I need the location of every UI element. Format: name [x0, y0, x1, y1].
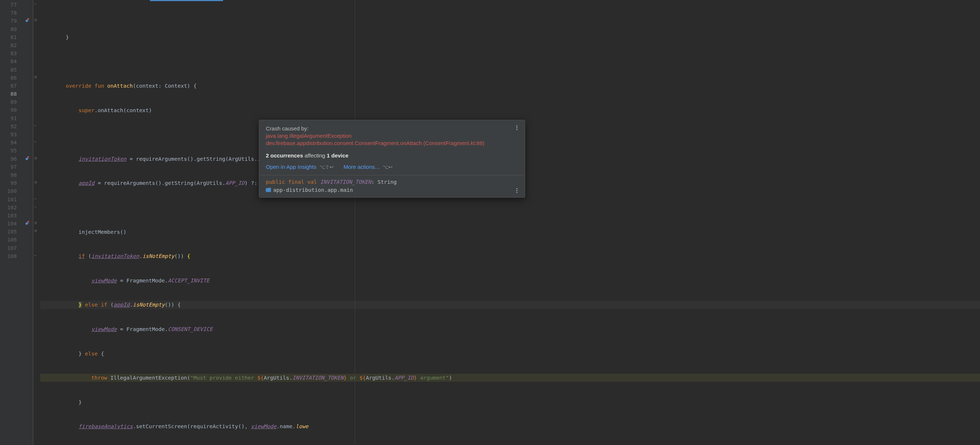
gutter-spacer — [22, 130, 33, 138]
line-number[interactable]: 88 — [0, 90, 22, 98]
gutter-spacer — [22, 8, 33, 16]
fold-spacer — [33, 49, 38, 57]
gutter-spacer — [22, 33, 33, 41]
line-number[interactable]: 108 — [0, 252, 22, 260]
line-number[interactable]: 86 — [0, 74, 22, 82]
code-line-highlight: throw IllegalArgumentException("Must pro… — [40, 374, 980, 382]
line-number[interactable]: 82 — [0, 41, 22, 49]
open-app-insights-link[interactable]: Open in App Insights — [266, 164, 316, 170]
fold-spacer — [33, 57, 38, 65]
line-number[interactable]: 105 — [0, 228, 22, 236]
line-number[interactable]: 106 — [0, 236, 22, 244]
more-options-icon[interactable] — [513, 124, 520, 131]
fold-end-icon: ⌙ — [33, 195, 38, 203]
fold-end-icon: ⌙ — [33, 0, 38, 8]
line-number[interactable]: 95 — [0, 147, 22, 155]
code-line: override fun onAttach(context: Context) … — [40, 82, 980, 90]
line-number[interactable]: 102 — [0, 204, 22, 212]
line-number[interactable]: 91 — [0, 114, 22, 122]
fold-spacer — [33, 33, 38, 41]
gutter-spacer — [22, 243, 33, 251]
gutter-spacer — [22, 186, 33, 194]
declaration: public final val INVITATION_TOKEN: Strin… — [266, 179, 518, 185]
fold-spacer — [33, 89, 38, 97]
line-number[interactable]: 104 — [0, 220, 22, 228]
code-line: firebaseAnalytics.setCurrentScreen(requi… — [40, 422, 980, 431]
line-number[interactable]: 78 — [0, 9, 22, 17]
line-number[interactable]: 80 — [0, 25, 22, 33]
gutter-spacer — [22, 195, 33, 203]
gutter-spacer — [22, 251, 33, 260]
line-number[interactable]: 84 — [0, 57, 22, 65]
line-number[interactable]: 107 — [0, 244, 22, 252]
code-line: } else { — [40, 350, 980, 358]
fold-toggle-icon[interactable]: ⊟ — [33, 73, 38, 81]
line-number[interactable]: 97 — [0, 163, 22, 171]
code-area[interactable]: } override fun onAttach(context: Context… — [38, 0, 980, 445]
gutter-spacer — [22, 235, 33, 243]
gutter-spacer — [22, 146, 33, 154]
line-number[interactable]: 94 — [0, 138, 22, 147]
line-number[interactable]: 96 — [0, 155, 22, 163]
line-number[interactable]: 98 — [0, 171, 22, 179]
occurrence-summary: 2 occurrences affecting 1 device — [266, 152, 518, 158]
line-number[interactable]: 83 — [0, 49, 22, 57]
line-number[interactable]: 100 — [0, 187, 22, 195]
fold-spacer — [33, 65, 38, 73]
line-number-gutter[interactable]: 7778798081828384858687888990919293949596… — [0, 0, 22, 445]
fold-spacer — [33, 41, 38, 49]
fold-toggle-icon[interactable]: ⊟ — [33, 219, 38, 227]
svg-point-0 — [25, 20, 28, 22]
gutter-spacer — [22, 97, 33, 105]
fold-spacer — [33, 162, 38, 170]
gutter-spacer — [22, 211, 33, 219]
fold-end-icon: ⌙ — [33, 122, 38, 130]
override-gutter-icon[interactable] — [22, 154, 33, 162]
line-number[interactable]: 93 — [0, 130, 22, 138]
fold-toggle-icon[interactable]: ⊟ — [33, 227, 38, 235]
line-number[interactable]: 87 — [0, 82, 22, 90]
gutter-spacer — [22, 57, 33, 65]
line-number[interactable]: 81 — [0, 33, 22, 41]
more-options-icon[interactable] — [513, 187, 520, 194]
override-gutter-icon[interactable] — [22, 16, 33, 24]
code-editor[interactable]: 7778798081828384858687888990919293949596… — [0, 0, 980, 445]
right-margin-guide — [355, 0, 355, 445]
crash-location: dev.firebase.appdistribution.consent.Con… — [266, 139, 518, 147]
code-line: } — [40, 33, 980, 41]
fold-spacer — [33, 211, 38, 219]
line-number[interactable]: 79 — [0, 17, 22, 25]
line-number[interactable]: 77 — [0, 1, 22, 9]
crash-exception: java.lang.IllegalArgumentException — [266, 132, 518, 139]
line-number[interactable]: 101 — [0, 195, 22, 204]
fold-toggle-icon[interactable]: ⊟ — [33, 178, 38, 186]
fold-spacer — [33, 97, 38, 105]
line-number[interactable]: 89 — [0, 98, 22, 106]
code-line-current: } else if (appId.isNotEmpty()) { — [40, 301, 980, 309]
override-gutter-icon[interactable] — [22, 219, 33, 227]
gutter-spacer — [22, 114, 33, 122]
fold-spacer — [33, 81, 38, 89]
gutter-spacer — [22, 122, 33, 130]
line-number[interactable]: 103 — [0, 212, 22, 220]
more-actions-link[interactable]: More actions... — [344, 164, 379, 170]
gutter-spacer — [22, 89, 33, 97]
shortcut-hint: ⌥↩ — [382, 164, 393, 170]
module-icon — [266, 188, 271, 192]
fold-spacer — [33, 235, 38, 243]
line-number[interactable]: 99 — [0, 179, 22, 187]
fold-spacer — [33, 243, 38, 251]
fold-toggle-icon[interactable]: ⊟ — [33, 154, 38, 162]
code-line — [40, 204, 980, 212]
fold-spacer — [33, 24, 38, 33]
line-number[interactable]: 85 — [0, 66, 22, 74]
fold-toggle-icon[interactable]: ⊟ — [33, 16, 38, 24]
code-line: injectMembers() — [40, 228, 980, 236]
fold-column[interactable]: ⌙⊟⊟⌙⌙⊟⊟⌙⌙⊟⊟⌙ — [33, 0, 38, 445]
gutter-spacer — [22, 81, 33, 89]
svg-point-1 — [25, 157, 28, 160]
line-number[interactable]: 92 — [0, 122, 22, 130]
gutter-icons[interactable] — [22, 0, 33, 445]
code-line: } — [40, 398, 980, 406]
line-number[interactable]: 90 — [0, 106, 22, 114]
